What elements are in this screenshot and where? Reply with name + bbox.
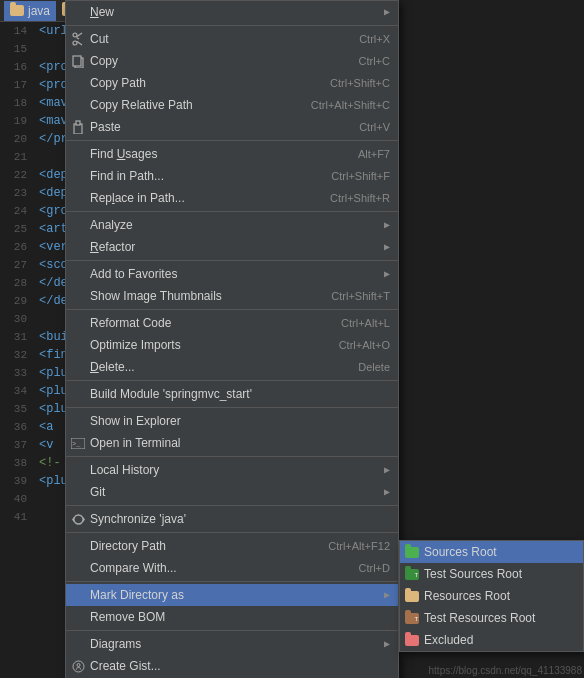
menu-item-analyze[interactable]: Analyze ▶	[66, 214, 398, 236]
menu-delete-shortcut: Delete	[358, 361, 390, 373]
menu-item-local-history[interactable]: Local History ▶	[66, 459, 398, 481]
menu-copy-label: Copy	[90, 54, 118, 68]
svg-line-3	[77, 42, 82, 46]
submenu-item-test-sources-root[interactable]: T Test Sources Root	[400, 563, 583, 585]
menu-create-gist-label: Create Gist...	[90, 659, 161, 673]
menu-item-mark-directory-as[interactable]: Mark Directory as ▶	[66, 584, 398, 606]
menu-refactor-arrow: ▶	[384, 241, 390, 253]
github-icon	[70, 658, 86, 674]
submenu-excluded-label: Excluded	[424, 633, 473, 647]
menu-item-delete[interactable]: Delete... Delete	[66, 356, 398, 378]
submenu-item-excluded[interactable]: Excluded	[400, 629, 583, 651]
resources-root-icon	[404, 588, 420, 604]
menu-reformat-code-shortcut: Ctrl+Alt+L	[341, 317, 390, 329]
svg-line-4	[77, 38, 80, 40]
menu-item-find-in-path[interactable]: Find in Path... Ctrl+Shift+F	[66, 165, 398, 187]
menu-item-directory-path[interactable]: Directory Path Ctrl+Alt+F12	[66, 535, 398, 557]
menu-delete-label: Delete...	[90, 360, 135, 374]
menu-directory-path-label: Directory Path	[90, 539, 166, 553]
menu-item-show-image-thumbnails[interactable]: Show Image Thumbnails Ctrl+Shift+T	[66, 285, 398, 307]
menu-item-diagrams[interactable]: Diagrams ▶	[66, 633, 398, 655]
menu-copy-path-label: Copy Path	[90, 76, 146, 90]
menu-item-refactor[interactable]: Refactor ▶	[66, 236, 398, 258]
excluded-icon	[404, 632, 420, 648]
menu-item-new[interactable]: New ▶	[66, 1, 398, 23]
menu-copy-relative-path-label: Copy Relative Path	[90, 98, 193, 112]
separator-6	[66, 380, 398, 381]
svg-text:>_: >_	[72, 440, 81, 448]
separator-3	[66, 211, 398, 212]
svg-marker-12	[72, 517, 74, 522]
menu-item-find-usages[interactable]: Find Usages Alt+F7	[66, 143, 398, 165]
separator-12	[66, 630, 398, 631]
menu-find-in-path-label: Find in Path...	[90, 169, 164, 183]
menu-item-copy-path[interactable]: Copy Path Ctrl+Shift+C	[66, 72, 398, 94]
menu-item-build-module[interactable]: Build Module 'springmvc_start'	[66, 383, 398, 405]
submenu-resources-root-label: Resources Root	[424, 589, 510, 603]
menu-item-synchronize[interactable]: Synchronize 'java'	[66, 508, 398, 530]
menu-analyze-label: Analyze	[90, 218, 133, 232]
separator-10	[66, 532, 398, 533]
menu-paste-shortcut: Ctrl+V	[359, 121, 390, 133]
menu-new-arrow: ▶	[384, 6, 390, 18]
menu-item-open-in-terminal[interactable]: >_ Open in Terminal	[66, 432, 398, 454]
separator-4	[66, 260, 398, 261]
menu-copy-shortcut: Ctrl+C	[359, 55, 390, 67]
menu-find-usages-label: Find Usages	[90, 147, 157, 161]
menu-item-git[interactable]: Git ▶	[66, 481, 398, 503]
menu-find-in-path-shortcut: Ctrl+Shift+F	[331, 170, 390, 182]
menu-diagrams-arrow: ▶	[384, 638, 390, 650]
separator-2	[66, 140, 398, 141]
menu-build-module-label: Build Module 'springmvc_start'	[90, 387, 252, 401]
svg-point-0	[73, 33, 77, 37]
menu-item-compare-with[interactable]: Compare With... Ctrl+D	[66, 557, 398, 579]
menu-reformat-code-label: Reformat Code	[90, 316, 171, 330]
sync-icon	[70, 511, 86, 527]
menu-replace-in-path-shortcut: Ctrl+Shift+R	[330, 192, 390, 204]
menu-compare-with-label: Compare With...	[90, 561, 177, 575]
separator-11	[66, 581, 398, 582]
menu-add-favorites-label: Add to Favorites	[90, 267, 177, 281]
menu-copy-path-shortcut: Ctrl+Shift+C	[330, 77, 390, 89]
menu-cut-label: Cut	[90, 32, 109, 46]
separator-9	[66, 505, 398, 506]
menu-show-in-explorer-label: Show in Explorer	[90, 414, 181, 428]
submenu-sources-root-label: Sources Root	[424, 545, 497, 559]
svg-rect-8	[76, 121, 80, 125]
menu-item-paste[interactable]: Paste Ctrl+V	[66, 116, 398, 138]
separator-7	[66, 407, 398, 408]
submenu-item-resources-root[interactable]: Resources Root	[400, 585, 583, 607]
separator-5	[66, 309, 398, 310]
submenu-item-sources-root[interactable]: Sources Root	[400, 541, 583, 563]
separator-8	[66, 456, 398, 457]
menu-analyze-arrow: ▶	[384, 219, 390, 231]
menu-item-cut[interactable]: Cut Ctrl+X	[66, 28, 398, 50]
menu-item-remove-bom[interactable]: Remove BOM	[66, 606, 398, 628]
sources-root-icon	[404, 544, 420, 560]
folder-java[interactable]: java	[4, 1, 56, 21]
menu-refactor-label: Refactor	[90, 240, 135, 254]
menu-item-optimize-imports[interactable]: Optimize Imports Ctrl+Alt+O	[66, 334, 398, 356]
separator-1	[66, 25, 398, 26]
menu-item-copy-relative-path[interactable]: Copy Relative Path Ctrl+Alt+Shift+C	[66, 94, 398, 116]
menu-remove-bom-label: Remove BOM	[90, 610, 165, 624]
menu-directory-path-shortcut: Ctrl+Alt+F12	[328, 540, 390, 552]
terminal-icon: >_	[70, 435, 86, 451]
folder-java-label: java	[28, 4, 50, 18]
menu-item-create-gist[interactable]: Create Gist...	[66, 655, 398, 677]
menu-paste-label: Paste	[90, 120, 121, 134]
svg-line-2	[77, 33, 82, 37]
test-sources-root-icon: T	[404, 566, 420, 582]
menu-item-show-in-explorer[interactable]: Show in Explorer	[66, 410, 398, 432]
menu-item-reformat-code[interactable]: Reformat Code Ctrl+Alt+L	[66, 312, 398, 334]
menu-git-arrow: ▶	[384, 486, 390, 498]
menu-item-replace-in-path[interactable]: Replace in Path... Ctrl+Shift+R	[66, 187, 398, 209]
menu-item-add-favorites[interactable]: Add to Favorites ▶	[66, 263, 398, 285]
copy-icon	[70, 53, 86, 69]
context-menu: New ▶ Cut Ctrl+X Copy Ctrl+C Copy Path C…	[65, 0, 399, 678]
menu-copy-relative-path-shortcut: Ctrl+Alt+Shift+C	[311, 99, 390, 111]
menu-local-history-label: Local History	[90, 463, 159, 477]
submenu-item-test-resources-root[interactable]: T Test Resources Root	[400, 607, 583, 629]
menu-item-copy[interactable]: Copy Ctrl+C	[66, 50, 398, 72]
svg-point-1	[73, 41, 77, 45]
